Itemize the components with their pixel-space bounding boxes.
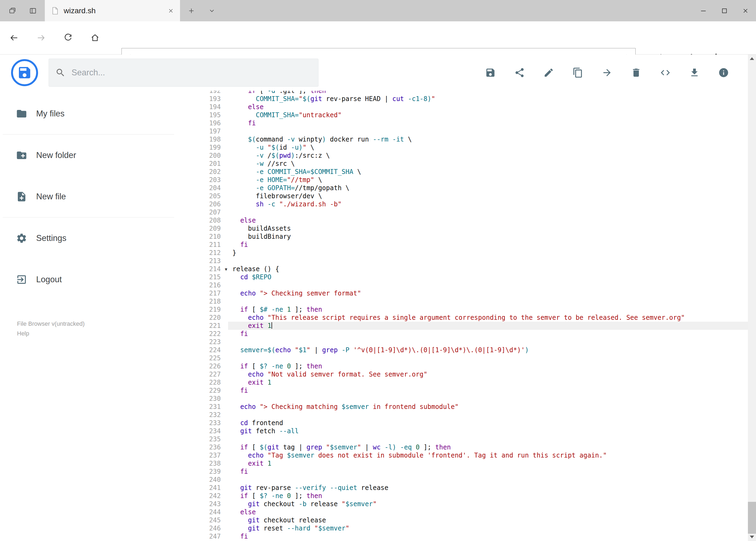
code-line-243[interactable]: 243 git checkout -b release "$semver"	[198, 500, 748, 508]
tab-previews-button[interactable]	[3, 0, 22, 21]
scroll-down-arrow-icon[interactable]	[748, 533, 756, 541]
code-line-225[interactable]: 225	[198, 354, 748, 362]
code-line-233[interactable]: 233 cd frontend	[198, 419, 748, 427]
info-button[interactable]	[709, 55, 738, 91]
code-line-234[interactable]: 234 git fetch --all	[198, 427, 748, 435]
code-line-199[interactable]: 199 -u "$(id -u)" \	[198, 144, 748, 152]
search-box[interactable]	[49, 59, 319, 87]
search-input[interactable]	[72, 68, 312, 78]
minimize-button[interactable]	[693, 0, 714, 21]
code-line-227[interactable]: 227 echo "Not valid semver format. See s…	[198, 370, 748, 378]
code-line-196[interactable]: 196 fi	[198, 119, 748, 127]
new-tab-button[interactable]	[182, 0, 200, 21]
sidebar-item-new-folder[interactable]: New folder	[0, 135, 198, 176]
code-line-201[interactable]: 201 -w //src \	[198, 160, 748, 168]
save-button[interactable]	[476, 55, 505, 91]
code-line-221[interactable]: 221 exit 1	[198, 322, 748, 330]
settings-icon	[16, 233, 27, 244]
scroll-up-arrow-icon[interactable]	[748, 55, 756, 63]
code-line-198[interactable]: 198 $(command -v winpty) docker run --rm…	[198, 135, 748, 144]
code-line-218[interactable]: 218	[198, 297, 748, 305]
code-line-211[interactable]: 211 fi	[198, 241, 748, 249]
code-text: exit 1	[228, 378, 748, 386]
code-line-219[interactable]: 219 if [ $# -ne 1 ]; then	[198, 305, 748, 313]
code-line-237[interactable]: 237 echo "Tag $semver does not exist in …	[198, 451, 748, 459]
code-line-204[interactable]: 204 -e GOPATH=//tmp/gopath \	[198, 184, 748, 192]
browser-tab[interactable]: wizard.sh	[45, 0, 180, 21]
tab-list-button[interactable]	[203, 0, 221, 21]
download-button[interactable]	[680, 55, 709, 91]
code-view-button[interactable]	[651, 55, 680, 91]
help-link[interactable]: Help	[17, 329, 85, 338]
code-line-232[interactable]: 232	[198, 411, 748, 419]
forward-button[interactable]	[33, 30, 49, 46]
close-button[interactable]	[735, 0, 756, 21]
code-line-206[interactable]: 206 sh -c "./wizard.sh -b"	[198, 200, 748, 208]
code-line-226[interactable]: 226 if [ $? -ne 0 ]; then	[198, 362, 748, 370]
code-line-220[interactable]: 220 echo "This release script requires a…	[198, 313, 748, 322]
line-number: 241	[198, 484, 228, 492]
rename-button[interactable]	[534, 55, 563, 91]
code-line-244[interactable]: 244 else	[198, 508, 748, 516]
code-line-245[interactable]: 245 git checkout release	[198, 516, 748, 524]
code-line-223[interactable]: 223	[198, 338, 748, 346]
code-line-241[interactable]: 241 git rev-parse --verify --quiet relea…	[198, 484, 748, 492]
code-line-200[interactable]: 200 -v /$(pwd):/src:z \	[198, 152, 748, 160]
home-button[interactable]	[87, 30, 103, 46]
code-line-231[interactable]: 231 echo "> Checking matching $semver in…	[198, 403, 748, 411]
page-favicon-icon	[51, 7, 59, 15]
code-line-202[interactable]: 202 -e COMMIT_SHA=$COMMIT_SHA \	[198, 168, 748, 176]
line-number: 247	[198, 532, 228, 540]
code-line-239[interactable]: 239 fi	[198, 467, 748, 476]
sidebar-item-settings[interactable]: Settings	[0, 218, 198, 259]
code-text: -v /$(pwd):/src:z \	[228, 152, 748, 160]
code-editor[interactable]: 192 if [ -d .git ]; then193 COMMIT_SHA="…	[198, 55, 748, 541]
sidebar-item-logout[interactable]: Logout	[0, 259, 198, 300]
code-line-228[interactable]: 228 exit 1	[198, 378, 748, 386]
code-line-235[interactable]: 235	[198, 435, 748, 443]
code-line-203[interactable]: 203 -e HOME="//tmp" \	[198, 176, 748, 184]
code-line-224[interactable]: 224 semver=$(echo "$1" | grep -P '^v(0|[…	[198, 346, 748, 354]
back-button[interactable]	[6, 30, 22, 46]
move-button[interactable]	[593, 55, 622, 91]
line-number: 200	[198, 152, 228, 160]
code-line-240[interactable]: 240	[198, 476, 748, 484]
code-line-205[interactable]: 205 filebrowser/dev \	[198, 192, 748, 200]
code-line-217[interactable]: 217 echo "> Checking semver format"	[198, 289, 748, 297]
code-line-193[interactable]: 193 COMMIT_SHA="$(git rev-parse HEAD | c…	[198, 95, 748, 103]
code-line-216[interactable]: 216	[198, 281, 748, 289]
code-line-195[interactable]: 195 COMMIT_SHA="untracked"	[198, 111, 748, 119]
line-number: 195	[198, 111, 228, 119]
tab-close-icon[interactable]	[167, 8, 174, 14]
code-line-229[interactable]: 229 fi	[198, 386, 748, 395]
code-line-212[interactable]: 212}	[198, 249, 748, 257]
code-line-209[interactable]: 209 buildAssets	[198, 225, 748, 233]
maximize-button[interactable]	[714, 0, 735, 21]
code-line-210[interactable]: 210 buildBinary	[198, 233, 748, 241]
set-tabs-aside-button[interactable]	[23, 0, 43, 21]
code-line-207[interactable]: 207	[198, 208, 748, 216]
code-line-215[interactable]: 215 cd $REPO	[198, 273, 748, 281]
code-line-208[interactable]: 208 else	[198, 216, 748, 225]
refresh-button[interactable]	[60, 30, 76, 46]
code-line-214[interactable]: 214▾release () {	[198, 265, 748, 273]
code-line-242[interactable]: 242 if [ $? -ne 0 ]; then	[198, 492, 748, 500]
code-line-236[interactable]: 236 if [ $(git tag | grep "$semver" | wc…	[198, 443, 748, 451]
code-line-230[interactable]: 230	[198, 395, 748, 403]
sidebar-item-my-files[interactable]: My files	[0, 93, 198, 134]
code-line-238[interactable]: 238 exit 1	[198, 459, 748, 467]
share-button[interactable]	[505, 55, 534, 91]
fold-arrow-icon[interactable]: ▾	[225, 265, 227, 273]
code-line-194[interactable]: 194 else	[198, 103, 748, 111]
code-line-246[interactable]: 246 git reset --hard "$semver"	[198, 524, 748, 532]
copy-button[interactable]	[563, 55, 593, 91]
delete-button[interactable]	[622, 55, 651, 91]
code-line-197[interactable]: 197	[198, 127, 748, 135]
sidebar-footer: File Browser v(untracked) Help	[17, 319, 85, 338]
code-line-222[interactable]: 222 fi	[198, 330, 748, 338]
scrollbar-thumb[interactable]	[748, 502, 756, 534]
vertical-scrollbar[interactable]	[748, 55, 756, 541]
code-line-213[interactable]: 213	[198, 257, 748, 265]
sidebar-item-new-file[interactable]: New file	[0, 176, 198, 217]
code-line-247[interactable]: 247 fi	[198, 532, 748, 540]
